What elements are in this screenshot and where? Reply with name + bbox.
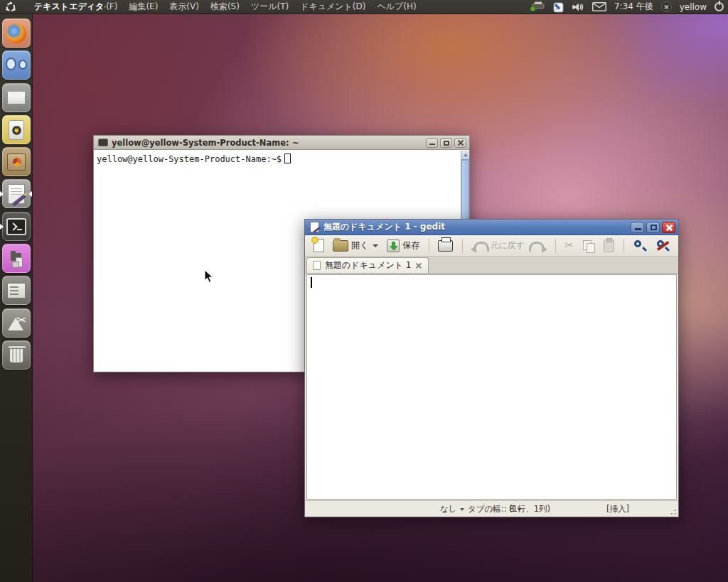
terminal-window-icon [98, 139, 108, 146]
launcher-item-gedit[interactable] [2, 179, 31, 208]
redo-icon [533, 240, 546, 252]
media-player-icon [9, 120, 24, 140]
menu-edit[interactable]: 編集(E) [129, 1, 158, 13]
find-button[interactable] [630, 237, 650, 254]
gedit-titlebar[interactable]: 無題のドキュメント 1 - gedit [305, 220, 678, 235]
applications-place-icon [7, 283, 26, 298]
gedit-minimize-button[interactable] [631, 222, 644, 233]
scrollbar-up-arrow-icon[interactable] [461, 151, 469, 160]
firefox-icon [6, 23, 26, 43]
screenshot-tool-icon: ✂ [6, 315, 26, 332]
open-button[interactable]: 開く [330, 238, 381, 253]
launcher-item-firefox[interactable] [2, 18, 31, 48]
save-button[interactable]: 保存 [384, 238, 422, 254]
terminal-prompt: yellow@yellow-System-Product-Name:~$ [97, 154, 282, 164]
launcher-item-empathy[interactable] [2, 50, 31, 80]
launcher-item-banshee[interactable] [2, 115, 31, 144]
paste-button [601, 238, 617, 254]
print-button[interactable] [435, 239, 456, 253]
gedit-toolbar: 開く 保存 元に戻す ✂ [305, 235, 678, 257]
gedit-title: 無題のドキュメント 1 - gedit [323, 221, 445, 233]
global-menubar: ファイル(F) テキストエディタ 編集(E) 表示(V) 検索(S) ツール(T… [34, 0, 417, 14]
resize-grip[interactable] [669, 507, 678, 516]
terminal-minimize-button[interactable] [426, 138, 438, 148]
terminal-maximize-button[interactable] [440, 138, 452, 148]
highlight-mode-combobox[interactable]: なし [440, 504, 464, 514]
gedit-statusbar: なし タブの幅:: 8 (1行、1列) [挿入] [305, 500, 678, 517]
chevron-down-icon [373, 244, 378, 247]
print-icon [438, 240, 453, 252]
unity-launcher: ✂ [0, 14, 33, 582]
mouse-cursor [204, 269, 214, 286]
power-icon[interactable] [714, 2, 724, 11]
save-label: 保存 [402, 239, 419, 252]
open-folder-icon [333, 240, 348, 252]
panel-app-title: テキストエディタ [34, 0, 105, 14]
menu-tools[interactable]: ツール(T) [251, 1, 289, 13]
menu-view[interactable]: 表示(V) [169, 1, 199, 13]
text-caret [311, 277, 312, 288]
new-document-icon [314, 239, 324, 252]
trash-icon [9, 347, 23, 363]
gedit-tabbar: 無題のドキュメント 1 [305, 257, 678, 274]
undo-label: 元に戻す [491, 239, 525, 252]
launcher-running-arrow [0, 224, 4, 230]
empathy-icon [6, 56, 27, 75]
find-icon [633, 239, 647, 253]
tab-width-value: タブの幅:: 8 [468, 504, 515, 514]
gedit-icon [8, 184, 25, 204]
new-document-button[interactable] [311, 237, 327, 254]
save-icon [387, 239, 400, 252]
cursor-position-label: (1行、1列) [509, 504, 550, 514]
menu-file-wrap: ファイル(F) テキストエディタ [34, 0, 117, 14]
menu-search[interactable]: 検索(S) [210, 1, 240, 13]
copy-button [579, 238, 598, 254]
launcher-item-screenshot[interactable]: ✂ [2, 308, 31, 338]
user-menu-icon[interactable] [661, 1, 672, 12]
gedit-close-button[interactable] [662, 222, 675, 233]
volume-icon[interactable] [572, 2, 584, 12]
launcher-item-applications[interactable] [2, 276, 31, 305]
printer-indicator-icon[interactable] [530, 1, 545, 12]
tab-close-icon[interactable] [415, 262, 422, 269]
chevron-down-icon [460, 508, 464, 511]
panel-clock[interactable]: 7:34 午後 [614, 1, 653, 13]
paste-icon [604, 239, 614, 252]
gedit-window-icon [310, 222, 319, 232]
launcher-item-trash[interactable] [2, 340, 31, 370]
top-panel: ファイル(F) テキストエディタ 編集(E) 表示(V) 検索(S) ツール(T… [0, 0, 728, 14]
input-method-icon[interactable] [553, 1, 564, 13]
terminal-title: yellow@yellow-System-Product-Name: ~ [112, 138, 299, 148]
tab-label: 無題のドキュメント 1 [325, 259, 411, 271]
launcher-item-files[interactable] [2, 244, 31, 273]
launcher-item-terminal[interactable] [2, 212, 31, 241]
mail-icon [7, 92, 26, 104]
copy-icon [582, 239, 595, 252]
ubuntu-logo-icon[interactable] [0, 0, 21, 14]
undo-icon [472, 240, 488, 252]
username-label[interactable]: yellow [680, 2, 707, 12]
terminal-cursor [284, 153, 291, 163]
terminal-close-button[interactable] [454, 138, 466, 148]
terminal-titlebar[interactable]: yellow@yellow-System-Product-Name: ~ [94, 136, 469, 150]
replace-button[interactable] [653, 237, 673, 254]
cut-icon: ✂ [564, 240, 574, 251]
messages-icon[interactable] [592, 2, 606, 11]
software-center-icon [7, 153, 26, 171]
highlight-mode-value: なし [440, 504, 457, 514]
undo-button: 元に戻す [469, 238, 528, 253]
launcher-focused-arrow-right [28, 191, 32, 197]
menu-documents[interactable]: ドキュメント(D) [300, 1, 365, 13]
launcher-item-mail[interactable] [2, 83, 31, 112]
text-editor-area[interactable] [306, 274, 677, 500]
menu-help[interactable]: ヘルプ(H) [377, 1, 416, 13]
cut-button: ✂ [562, 239, 577, 252]
replace-icon [655, 239, 670, 253]
gedit-window: 無題のドキュメント 1 - gedit 開く 保存 元に戻す ✂ [304, 219, 679, 517]
document-tab[interactable]: 無題のドキュメント 1 [306, 257, 429, 273]
launcher-item-software-center[interactable] [2, 147, 31, 176]
open-label: 開く [351, 239, 368, 252]
launcher-focused-arrow-left [0, 191, 4, 197]
indicator-area: 7:34 午後 yellow [530, 0, 728, 14]
gedit-maximize-button[interactable] [646, 222, 660, 233]
